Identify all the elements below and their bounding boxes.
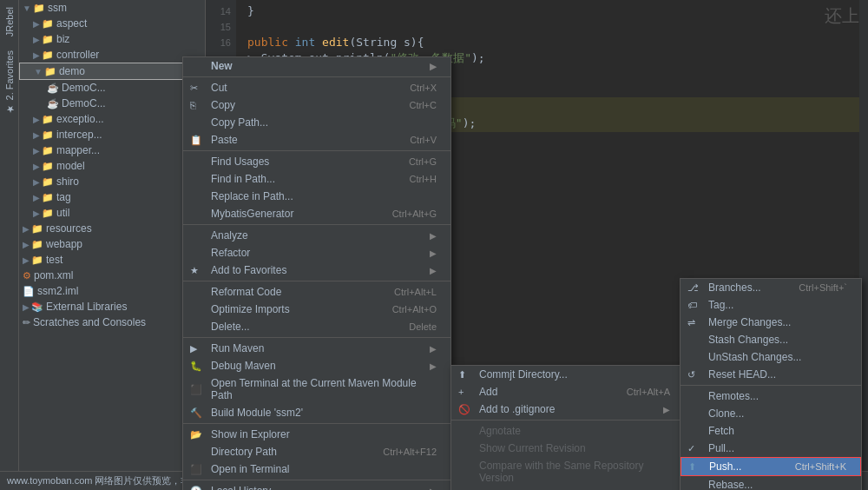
project-sidebar: ▼ 📁 ssm ▶ 📁 aspect ▶ 📁 biz ▶ 📁 controlle… bbox=[19, 0, 206, 490]
repo-fetch[interactable]: Fetch bbox=[681, 422, 861, 440]
jrebel-tab[interactable]: JRebel bbox=[0, 0, 18, 43]
menu-item-mybatis[interactable]: MybatisGenerator Ctrl+Alt+G bbox=[183, 205, 450, 222]
menu-item-debug-maven[interactable]: 🐛 Debug Maven ▶ bbox=[183, 357, 450, 374]
tree-item-intercep[interactable]: ▶ 📁 intercep... bbox=[19, 127, 205, 142]
repo-tag[interactable]: 🏷 Tag... bbox=[681, 296, 861, 314]
git-menu-compare-with: Compare with... bbox=[451, 487, 684, 490]
java-icon: ☕ bbox=[47, 83, 59, 94]
commit-icon: ⬆ bbox=[458, 369, 476, 381]
git-menu-annotate: Agnotate bbox=[451, 422, 684, 440]
menu-item-copy-path[interactable]: Copy Path... bbox=[183, 114, 450, 131]
scratch-icon: ✏ bbox=[23, 317, 30, 328]
menu-item-add-favorites[interactable]: ★ Add to Favorites ▶ bbox=[183, 262, 450, 279]
tree-item-aspect[interactable]: ▶ 📁 aspect bbox=[19, 16, 205, 31]
repo-merge[interactable]: ⇌ Merge Changes... bbox=[681, 314, 861, 331]
tree-item-biz[interactable]: ▶ 📁 biz bbox=[19, 31, 205, 47]
repo-stash[interactable]: Stash Changes... bbox=[681, 331, 861, 348]
tree-item-webapp[interactable]: ▶ 📁 webapp bbox=[19, 236, 205, 252]
menu-item-optimize[interactable]: Optimize Imports Ctrl+Alt+O bbox=[183, 301, 450, 318]
arrow-icon: ▶ bbox=[430, 62, 437, 71]
repo-remotes[interactable]: Remotes... bbox=[681, 387, 861, 405]
menu-sep bbox=[183, 337, 450, 338]
tree-item-scratches[interactable]: ✏ Scratches and Consoles bbox=[19, 315, 205, 330]
menu-item-replace[interactable]: Replace in Path... bbox=[183, 188, 450, 205]
line-num-16: 16 bbox=[206, 35, 236, 50]
menu-item-delete[interactable]: Delete... Delete bbox=[183, 318, 450, 335]
menu-sep bbox=[183, 224, 450, 225]
menu-item-refactor[interactable]: Refactor ▶ bbox=[183, 244, 450, 262]
tree-item-util[interactable]: ▶ 📁 util bbox=[19, 205, 205, 221]
tree-arrow: ▶ bbox=[33, 50, 40, 60]
repo-pull[interactable]: ✓ Pull... bbox=[681, 440, 861, 457]
repo-reset-head[interactable]: ↺ Reset HEAD... bbox=[681, 366, 861, 383]
folder-icon: 📁 bbox=[31, 239, 43, 250]
tree-item-resources[interactable]: ▶ 📁 resources bbox=[19, 221, 205, 236]
repo-unstash[interactable]: UnStash Changes... bbox=[681, 348, 861, 366]
tree-item-exception[interactable]: ▶ 📁 exceptio... bbox=[19, 111, 205, 127]
iml-icon: 📄 bbox=[23, 286, 35, 297]
repo-clone[interactable]: Clone... bbox=[681, 405, 861, 422]
menu-sep bbox=[183, 480, 450, 480]
tree-item-test[interactable]: ▶ 📁 test bbox=[19, 252, 205, 268]
branches-icon: ⎇ bbox=[687, 282, 705, 294]
tree-item-shiro[interactable]: ▶ 📁 shiro bbox=[19, 174, 205, 189]
repo-rebase[interactable]: Rebase... bbox=[681, 476, 861, 490]
menu-item-open-terminal[interactable]: ⬛ Open in Terminal bbox=[183, 460, 450, 478]
menu-item-new[interactable]: New ▶ bbox=[183, 57, 450, 75]
menu-item-paste[interactable]: 📋 Paste Ctrl+V bbox=[183, 131, 450, 149]
java-icon: ☕ bbox=[47, 98, 59, 109]
tree-item-tag[interactable]: ▶ 📁 tag bbox=[19, 189, 205, 205]
menu-item-cut[interactable]: ✂ Cut Ctrl+X bbox=[183, 79, 450, 96]
git-submenu: ⬆ Commjt Directory... + Add Ctrl+Alt+A 🚫… bbox=[450, 365, 685, 490]
folder-icon: 📁 bbox=[42, 161, 54, 172]
code-line-15 bbox=[247, 19, 861, 35]
context-menu: New ▶ ✂ Cut Ctrl+X ⎘ Copy Ctrl+C Copy Pa… bbox=[182, 56, 451, 490]
tree-item-pom[interactable]: ⚙ pom.xml bbox=[19, 268, 205, 283]
folder-icon: 📁 bbox=[33, 3, 45, 14]
tree-arrow: ▼ bbox=[23, 3, 31, 13]
tag-icon: 🏷 bbox=[687, 300, 705, 310]
folder-icon: 📁 bbox=[42, 34, 54, 45]
tree-item-controller[interactable]: ▶ 📁 controller bbox=[19, 47, 205, 63]
tree-arrow: ▶ bbox=[33, 146, 40, 156]
menu-item-copy[interactable]: ⎘ Copy Ctrl+C bbox=[183, 96, 450, 114]
tree-item-mapper[interactable]: ▶ 📁 mapper... bbox=[19, 142, 205, 158]
menu-item-local-history[interactable]: 🕐 Local History ▶ bbox=[183, 482, 450, 490]
menu-item-dir-path[interactable]: Directory Path Ctrl+Alt+F12 bbox=[183, 443, 450, 460]
tree-arrow: ▶ bbox=[33, 177, 40, 187]
tree-item-democ2[interactable]: ☕ DemoC... bbox=[19, 96, 205, 111]
tree-item-demo[interactable]: ▼ 📁 demo bbox=[19, 63, 205, 80]
repo-branches[interactable]: ⎇ Branches... Ctrl+Shift+` bbox=[681, 279, 861, 296]
line-num-14: 14 bbox=[206, 3, 236, 19]
menu-item-show-explorer[interactable]: 📂 Show in Explorer bbox=[183, 426, 450, 443]
tree-item-model[interactable]: ▶ 📁 model bbox=[19, 158, 205, 174]
build-icon: 🔨 bbox=[190, 407, 207, 419]
tree-item-ssm[interactable]: ▼ 📁 ssm bbox=[19, 0, 205, 16]
menu-item-find-path[interactable]: Find in Path... Ctrl+H bbox=[183, 170, 450, 188]
menu-sep bbox=[681, 385, 861, 386]
git-menu-add[interactable]: + Add Ctrl+Alt+A bbox=[451, 383, 684, 401]
menu-item-analyze[interactable]: Analyze ▶ bbox=[183, 227, 450, 244]
menu-item-build[interactable]: 🔨 Build Module 'ssm2' bbox=[183, 404, 450, 421]
favorites-tab[interactable]: ★ 2. Favorites bbox=[0, 43, 18, 122]
folder-icon: 📁 bbox=[31, 223, 43, 235]
repo-push[interactable]: ⬆ Push... Ctrl+Shift+K bbox=[681, 457, 861, 476]
reset-icon: ↺ bbox=[687, 369, 705, 381]
tree-arrow: ▶ bbox=[23, 224, 30, 234]
menu-item-open-terminal-maven[interactable]: ⬛ Open Terminal at the Current Maven Mod… bbox=[183, 374, 450, 404]
folder-icon: 📁 bbox=[42, 192, 54, 203]
tree-item-iml[interactable]: 📄 ssm2.iml bbox=[19, 283, 205, 299]
menu-item-new-label: New bbox=[211, 60, 423, 72]
tree-item-democ1[interactable]: ☕ DemoC... bbox=[19, 80, 205, 96]
gitignore-icon: 🚫 bbox=[458, 404, 476, 415]
run-icon: ▶ bbox=[190, 343, 207, 354]
menu-item-reformat[interactable]: Reformat Code Ctrl+Alt+L bbox=[183, 283, 450, 301]
tree-arrow: ▶ bbox=[23, 240, 30, 249]
folder-icon: 📁 bbox=[42, 145, 54, 156]
menu-item-find-usages[interactable]: Find Usages Ctrl+G bbox=[183, 153, 450, 170]
git-menu-add-gitignore[interactable]: 🚫 Add to .gitignore ▶ bbox=[451, 401, 684, 418]
git-menu-commit-dir[interactable]: ⬆ Commjt Directory... bbox=[451, 366, 684, 383]
menu-item-run-maven[interactable]: ▶ Run Maven ▶ bbox=[183, 340, 450, 357]
tree-item-external-libs[interactable]: ▶ 📚 External Libraries bbox=[19, 299, 205, 315]
history-icon: 🕐 bbox=[190, 486, 207, 491]
